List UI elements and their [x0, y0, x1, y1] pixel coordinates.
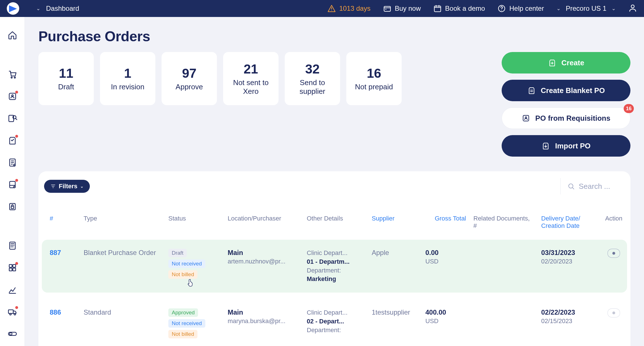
col-status[interactable]: Status [166, 211, 223, 226]
stat-value: 97 [182, 66, 196, 81]
filters-button[interactable]: Filters ⌄ [44, 180, 90, 193]
svg-rect-12 [10, 181, 15, 188]
truck-icon[interactable] [8, 307, 17, 317]
purchase-orders-icon[interactable] [8, 136, 17, 145]
svg-rect-21 [8, 310, 13, 313]
po-table: Filters ⌄ # Type Status Location/Purchas… [38, 171, 630, 346]
receipt-icon[interactable] [8, 180, 17, 189]
chart-icon[interactable] [8, 285, 17, 295]
stat-label: Draft [58, 83, 74, 91]
invoice-icon[interactable] [8, 158, 17, 167]
table-row[interactable]: 886StandardApprovedNot receivedNot bille… [42, 299, 627, 346]
main-content: Purchase Orders 11Draft1In revision97App… [25, 17, 644, 346]
svg-rect-16 [10, 242, 15, 249]
svg-rect-1 [434, 6, 441, 12]
po-id[interactable]: 886 [47, 308, 79, 316]
stat-value: 16 [367, 66, 381, 81]
po-action [598, 308, 629, 317]
create-button[interactable]: Create [502, 52, 630, 73]
stat-label: Not sent to Xero [228, 78, 273, 96]
app-logo[interactable] [1, 2, 25, 15]
svg-point-25 [10, 333, 12, 335]
page-title: Purchase Orders [38, 28, 630, 45]
help-center-link[interactable]: Help center [497, 4, 544, 13]
blocks-icon[interactable] [8, 263, 17, 273]
stats-row: 11Draft1In revision97Approve21Not sent t… [38, 52, 402, 105]
po-type: Standard [81, 308, 163, 316]
po-location: Mainartem.nuzhnov@pr... [225, 249, 302, 265]
stat-label: Send to supplier [290, 78, 335, 96]
user-icon[interactable] [628, 3, 637, 14]
summary-and-actions: 11Draft1In revision97Approve21Not sent t… [38, 52, 630, 157]
breadcrumb[interactable]: ⌄ Dashboard [36, 5, 79, 12]
actions-column: Create Create Blanket PO PO from Requisi… [502, 52, 630, 157]
stat-card[interactable]: 11Draft [38, 52, 94, 105]
search-doc-icon[interactable] [8, 114, 17, 123]
status-tag: Not billed [168, 270, 197, 279]
stat-card[interactable]: 16Not prepaid [346, 52, 402, 105]
stat-value: 21 [243, 61, 258, 77]
lock-box-icon[interactable] [8, 202, 17, 211]
stat-label: Not prepaid [355, 83, 393, 91]
svg-point-23 [14, 313, 16, 315]
home-icon[interactable] [8, 31, 17, 40]
col-location[interactable]: Location/Purchaser [225, 211, 302, 226]
svg-rect-20 [13, 268, 16, 271]
cart-icon[interactable] [8, 70, 17, 79]
po-gross: 0.00USD [423, 249, 468, 265]
table-row[interactable]: 887Blanket Purchase OrderDraftNot receiv… [42, 240, 627, 293]
import-po-button[interactable]: Import PO [502, 135, 630, 157]
col-related[interactable]: Related Documents, # [471, 211, 536, 233]
svg-point-27 [525, 117, 527, 118]
search-box[interactable] [560, 178, 625, 194]
po-gross: 400.00USD [423, 308, 468, 325]
svg-point-11 [14, 164, 15, 166]
chevron-down-icon: ⌄ [556, 5, 561, 12]
col-type[interactable]: Type [81, 211, 163, 226]
po-id[interactable]: 887 [47, 249, 79, 257]
po-status: DraftNot receivedNot billed [166, 249, 223, 279]
stat-card[interactable]: 21Not sent to Xero [223, 52, 279, 105]
svg-rect-0 [384, 7, 390, 12]
svg-rect-17 [9, 265, 12, 267]
status-tag: Not billed [168, 330, 197, 338]
trial-days-warning[interactable]: 1013 days [327, 4, 371, 13]
col-gross[interactable]: Gross Total [423, 211, 468, 226]
po-supplier: Apple [369, 249, 420, 257]
company-picker[interactable]: ⌄ Precoro US 1 ⌄ [556, 5, 616, 12]
create-blanket-po-button[interactable]: Create Blanket PO [502, 80, 630, 101]
view-icon[interactable] [608, 308, 620, 317]
breadcrumb-label: Dashboard [46, 5, 79, 12]
stat-card[interactable]: 1In revision [100, 52, 155, 105]
col-dates[interactable]: Delivery Date/ Creation Date [539, 211, 595, 233]
col-other[interactable]: Other Details [304, 211, 367, 226]
stat-value: 11 [59, 66, 73, 81]
stat-card[interactable]: 32Send to supplier [285, 52, 340, 105]
calculator-icon[interactable] [8, 241, 17, 250]
svg-point-5 [14, 77, 15, 78]
buy-now-link[interactable]: Buy now [383, 4, 421, 13]
svg-rect-18 [13, 265, 16, 267]
view-icon[interactable] [608, 249, 620, 258]
col-supplier[interactable]: Supplier [369, 211, 420, 226]
chevron-down-icon: ⌄ [80, 184, 84, 189]
search-input[interactable] [579, 182, 618, 191]
stat-card[interactable]: 97Approve [162, 52, 217, 105]
po-action [598, 249, 629, 258]
po-status: ApprovedNot receivedNot billed [166, 308, 223, 338]
po-type: Blanket Purchase Order [81, 249, 163, 257]
po-location: Mainmaryna.burska@pr... [225, 308, 302, 325]
book-demo-link[interactable]: Book a demo [433, 4, 485, 13]
po-details: Clinic Depart...02 - Depart...Department… [304, 308, 367, 334]
toggle-icon[interactable] [8, 329, 17, 339]
col-id[interactable]: # [47, 211, 79, 226]
po-details: Clinic Depart...01 - Departm...Departmen… [304, 249, 367, 284]
table-header: # Type Status Location/Purchaser Other D… [42, 211, 627, 233]
po-from-requisitions-button[interactable]: PO from Requisitions 16 [502, 107, 630, 129]
stat-value: 1 [124, 66, 131, 81]
chevron-down-icon: ⌄ [36, 5, 40, 12]
col-action[interactable]: Action [598, 211, 629, 226]
svg-rect-19 [9, 268, 12, 271]
requisition-icon[interactable] [8, 92, 17, 101]
svg-rect-15 [11, 206, 14, 209]
